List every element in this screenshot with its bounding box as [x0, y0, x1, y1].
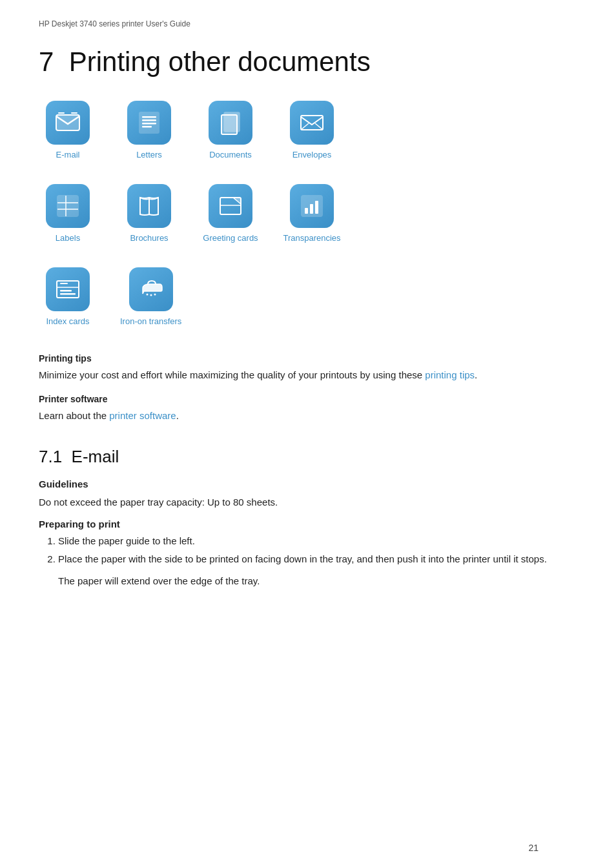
documents-icon — [217, 109, 244, 136]
printing-tips-heading: Printing tips — [39, 353, 577, 364]
icon-grid-row-1: E-mail Letters — [39, 101, 577, 175]
svg-rect-27 — [60, 293, 76, 295]
brochures-icon — [136, 192, 163, 220]
icon-item-index-cards[interactable]: Index cards — [39, 267, 97, 326]
brochures-label[interactable]: Brochures — [130, 233, 168, 243]
svg-rect-23 — [315, 201, 318, 214]
labels-label[interactable]: Labels — [56, 233, 80, 243]
preparing-to-print-heading: Preparing to print — [39, 519, 577, 529]
svg-rect-11 — [221, 115, 237, 134]
email-icon — [54, 109, 81, 136]
printing-tips-link[interactable]: printing tips — [425, 369, 475, 380]
subsection-title: 7.1 E-mail — [39, 447, 577, 467]
page-number: 21 — [528, 843, 539, 853]
svg-rect-28 — [60, 283, 68, 284]
index-cards-icon — [54, 276, 81, 303]
transparencies-label[interactable]: Transparencies — [283, 233, 340, 243]
icon-item-iron-on-transfers[interactable]: Iron-on transfers — [120, 267, 181, 326]
chapter-title: 7 Printing other documents — [39, 46, 577, 77]
labels-icon-box — [46, 184, 90, 228]
index-cards-icon-box — [46, 267, 90, 311]
index-cards-label[interactable]: Index cards — [46, 316, 89, 326]
iron-on-transfers-label[interactable]: Iron-on transfers — [120, 316, 181, 326]
icon-item-email[interactable]: E-mail — [39, 101, 97, 159]
svg-point-30 — [150, 294, 152, 296]
printer-software-link[interactable]: printer software — [109, 410, 176, 421]
step-2: Place the paper with the side to be prin… — [58, 551, 577, 567]
printer-software-body: Learn about the printer software. — [39, 408, 577, 423]
icon-grid-row-3: Index cards Iron-on transfers — [39, 267, 577, 342]
icon-grid-row-2: Labels Brochures — [39, 184, 577, 258]
svg-rect-6 — [142, 116, 156, 118]
svg-rect-7 — [142, 119, 156, 121]
svg-rect-4 — [71, 112, 77, 114]
envelopes-icon — [298, 109, 325, 136]
svg-point-31 — [154, 294, 156, 296]
greeting-cards-icon — [217, 192, 244, 220]
brochures-icon-box — [127, 184, 171, 228]
icon-item-labels[interactable]: Labels — [39, 184, 97, 243]
svg-rect-14 — [57, 196, 78, 216]
icon-item-letters[interactable]: Letters — [120, 101, 178, 159]
documents-icon-box — [209, 101, 252, 145]
letters-label[interactable]: Letters — [136, 150, 162, 159]
letters-icon — [136, 109, 163, 136]
documents-label[interactable]: Documents — [209, 150, 252, 159]
transparencies-icon-box — [290, 184, 334, 228]
svg-rect-26 — [60, 290, 72, 292]
svg-rect-3 — [58, 114, 63, 116]
svg-rect-8 — [142, 123, 156, 125]
guidelines-body: Do not exceed the paper tray capacity: U… — [39, 495, 577, 509]
envelopes-label[interactable]: Envelopes — [293, 150, 332, 159]
icon-item-documents[interactable]: Documents — [201, 101, 260, 159]
email-label[interactable]: E-mail — [56, 150, 80, 159]
letters-icon-box — [127, 101, 171, 145]
svg-rect-0 — [56, 115, 79, 130]
iron-on-transfers-icon-box — [129, 267, 173, 311]
note-body: The paper will extend over the edge of t… — [58, 573, 577, 588]
greeting-cards-label[interactable]: Greeting cards — [203, 233, 258, 243]
step-1: Slide the paper guide to the left. — [58, 533, 577, 549]
greeting-cards-icon-box — [209, 184, 252, 228]
svg-rect-22 — [310, 204, 313, 214]
printer-software-heading: Printer software — [39, 394, 577, 404]
labels-icon — [54, 192, 81, 220]
svg-rect-2 — [58, 112, 65, 114]
svg-point-29 — [146, 294, 148, 296]
icon-item-transparencies[interactable]: Transparencies — [283, 184, 341, 243]
icon-item-greeting-cards[interactable]: Greeting cards — [201, 184, 260, 243]
printing-tips-body: Minimize your cost and effort while maxi… — [39, 367, 577, 382]
breadcrumb: HP Deskjet 3740 series printer User's Gu… — [39, 19, 577, 28]
guidelines-heading: Guidelines — [39, 478, 577, 489]
icon-item-brochures[interactable]: Brochures — [120, 184, 178, 243]
iron-on-transfers-icon — [138, 276, 165, 303]
steps-list: Slide the paper guide to the left. Place… — [58, 533, 577, 567]
svg-rect-21 — [305, 208, 308, 214]
icon-item-envelopes[interactable]: Envelopes — [283, 101, 341, 159]
transparencies-icon — [298, 192, 325, 220]
email-icon-box — [46, 101, 90, 145]
svg-rect-9 — [142, 126, 152, 128]
envelopes-icon-box — [290, 101, 334, 145]
